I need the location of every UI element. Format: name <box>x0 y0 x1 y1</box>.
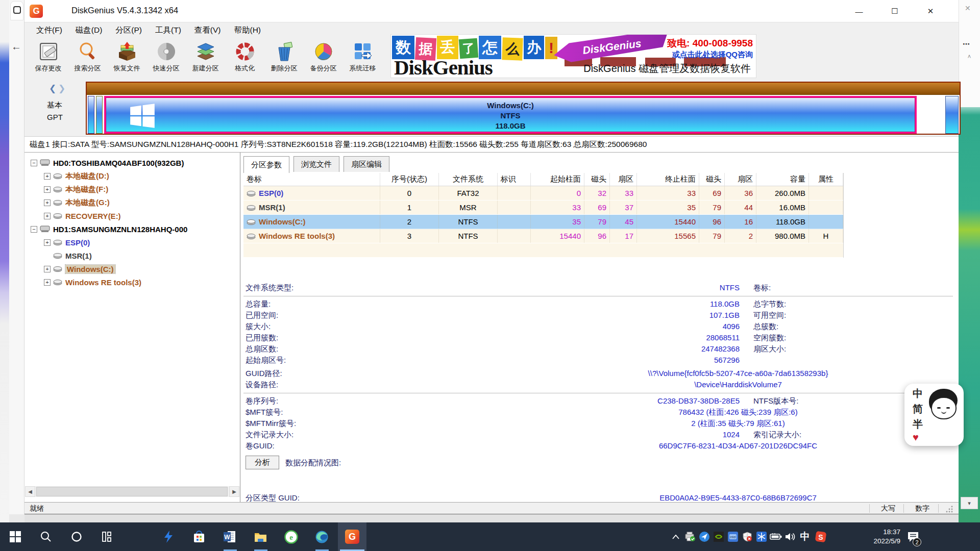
col-header[interactable]: 文件系统 <box>439 173 498 186</box>
security-shield-tray-icon[interactable] <box>740 522 754 551</box>
scrollbar-thumb[interactable] <box>36 487 228 496</box>
cortana-button[interactable] <box>62 522 91 551</box>
col-header[interactable]: 卷标 <box>243 173 380 186</box>
tree-item-windows-c[interactable]: + Windows(C:) <box>44 263 115 275</box>
format-button[interactable]: 格式化 <box>225 38 264 78</box>
battery-tray-icon[interactable] <box>769 522 783 551</box>
menu-help[interactable]: 帮助(H) <box>227 23 267 38</box>
back-arrow-icon[interactable]: ← <box>11 41 21 53</box>
expand-icon[interactable]: + <box>44 279 51 286</box>
taskbar-clock[interactable]: 18:37 2022/5/9 <box>843 522 902 551</box>
save-changes-button[interactable]: 保存更改 <box>29 38 68 78</box>
tree-item-recovery-e[interactable]: + RECOVERY(E:) <box>44 210 121 222</box>
close-button[interactable]: ✕ <box>923 4 938 19</box>
col-header[interactable]: 序号(状态) <box>380 173 439 186</box>
heart-icon[interactable]: ♥ <box>913 432 919 443</box>
minimize-button[interactable]: — <box>851 4 867 19</box>
expand-icon[interactable]: + <box>44 213 51 219</box>
volume-tray-icon[interactable] <box>783 522 797 551</box>
col-header[interactable]: 磁头 <box>699 173 725 186</box>
tree-item-local-d[interactable]: + 本地磁盘(D:) <box>44 170 109 182</box>
menu-disk[interactable]: 磁盘(D) <box>69 23 109 38</box>
col-header[interactable]: 标识 <box>498 173 531 186</box>
system-migrate-button[interactable]: 系统迁移 <box>343 38 382 78</box>
table-row-windows-re[interactable]: Windows RE tools(3) 3 NTFS 15440 96 17 1… <box>243 229 843 243</box>
taskbar-search-button[interactable] <box>32 522 60 551</box>
partition-block-msr[interactable] <box>96 96 103 134</box>
action-center-icon[interactable] <box>906 522 920 551</box>
col-header[interactable]: 容量 <box>756 173 809 186</box>
tree-item-local-g[interactable]: + 本地磁盘(G:) <box>44 196 110 209</box>
tree-item-hd1[interactable]: − HD1:SAMSUNGMZNLN128HAHQ-000 <box>31 223 187 235</box>
sogou-tray-icon[interactable]: S <box>814 522 828 551</box>
task-view-button[interactable] <box>93 522 121 551</box>
tree-item-esp[interactable]: + ESP(0) <box>44 236 90 248</box>
ime-mode-simplified[interactable]: 简 <box>913 402 923 416</box>
ime-language-indicator[interactable]: 中 <box>797 522 813 551</box>
partition-block-windows-c[interactable]: Windows(C:) NTFS 118.0GB <box>104 96 917 134</box>
ime-mode-halfwidth[interactable]: 半 <box>913 417 923 431</box>
scroll-right-icon[interactable]: ▶ <box>229 486 239 497</box>
notification-count-badge[interactable]: 2 <box>913 538 921 546</box>
pinned-app-ie[interactable]: e <box>277 522 305 551</box>
tree-horizontal-scrollbar[interactable]: ◀ ▶ <box>25 486 239 497</box>
tree-item-msr[interactable]: MSR(1) <box>53 249 92 262</box>
quick-partition-button[interactable]: 快速分区 <box>146 38 186 78</box>
tray-expand-icon[interactable] <box>669 522 683 551</box>
scroll-left-icon[interactable]: ◀ <box>25 486 35 497</box>
tab-browse-files[interactable]: 浏览文件 <box>293 156 339 172</box>
expand-icon[interactable]: + <box>44 199 51 206</box>
collapse-icon[interactable]: − <box>31 160 37 166</box>
tree-item-local-f[interactable]: + 本地磁盘(F:) <box>44 183 108 195</box>
col-header[interactable]: 磁头 <box>584 173 610 186</box>
maximize-button[interactable]: ☐ <box>887 4 902 19</box>
col-header[interactable]: 属性 <box>809 173 843 186</box>
col-header[interactable]: 扇区 <box>725 173 756 186</box>
printer-tray-icon[interactable] <box>683 522 697 551</box>
menu-view[interactable]: 查看(V) <box>188 23 228 38</box>
expand-icon[interactable]: + <box>44 239 51 246</box>
tree-item-windows-re[interactable]: + Windows RE tools(3) <box>44 276 141 288</box>
pinned-app-store[interactable] <box>185 522 213 551</box>
search-partition-button[interactable]: 搜索分区 <box>68 38 107 78</box>
start-button[interactable] <box>1 522 30 551</box>
ad-qq-link[interactable]: 或点击此处选择QQ咨询 <box>672 50 753 60</box>
taskbar-word-button[interactable]: W <box>215 522 244 551</box>
col-header[interactable]: 终止柱面 <box>637 173 699 186</box>
table-row-esp[interactable]: ESP(0) 0 FAT32 0 32 33 33 69 36 260.0MB <box>243 186 843 201</box>
delete-partition-button[interactable]: 删除分区 <box>264 38 304 78</box>
partition-block-re-tools[interactable] <box>945 96 959 134</box>
partition-block-esp[interactable] <box>88 96 94 134</box>
menu-tools[interactable]: 工具(T) <box>149 23 188 38</box>
expand-icon[interactable]: + <box>44 266 51 272</box>
new-partition-button[interactable]: 新建分区 <box>186 38 225 78</box>
backup-partition-button[interactable]: 备份分区 <box>304 38 343 78</box>
col-header[interactable]: 起始柱面 <box>531 173 584 186</box>
resize-grip[interactable] <box>946 506 953 513</box>
col-header[interactable]: 扇区 <box>610 173 637 186</box>
menu-file[interactable]: 文件(F) <box>30 23 69 38</box>
intel-graphics-tray-icon[interactable]: intel <box>726 522 740 551</box>
analyze-button[interactable]: 分析 <box>246 456 279 469</box>
tab-partition-params[interactable]: 分区参数 <box>243 156 289 173</box>
collapse-icon[interactable]: − <box>31 226 37 233</box>
tab-sector-edit[interactable]: 扇区编辑 <box>344 156 389 172</box>
recover-files-button[interactable]: 恢复文件 <box>107 38 146 78</box>
expand-icon[interactable]: + <box>44 173 51 180</box>
ime-mode-chinese[interactable]: 中 <box>913 387 923 400</box>
taskbar-explorer-button[interactable] <box>246 522 275 551</box>
table-row-msr[interactable]: MSR(1) 1 MSR 33 69 37 35 79 44 16.0MB <box>243 201 843 215</box>
nav-next-icon[interactable]: ❯ <box>58 83 65 94</box>
expand-icon[interactable]: + <box>44 186 51 193</box>
taskbar-diskgenius-button-active[interactable]: G <box>338 522 366 551</box>
tree-item-hd0[interactable]: − HD0:TOSHIBAMQ04ABF100(932GB) <box>31 157 184 169</box>
menu-partition[interactable]: 分区(P) <box>109 23 149 38</box>
nav-prev-icon[interactable]: ❮ <box>49 83 56 94</box>
pinned-app-flash[interactable] <box>154 522 183 551</box>
ad-banner[interactable]: 数 据 丢 了 怎 么 办 ! DiskGenius DiskGenius 致电… <box>390 34 756 78</box>
sogou-ime-panel[interactable]: 中 简 半 ♥ <box>904 384 964 446</box>
nvidia-tray-icon[interactable] <box>712 522 726 551</box>
messenger-tray-icon[interactable] <box>697 522 712 551</box>
snowflake-tray-icon[interactable] <box>754 522 769 551</box>
taskbar-edge-button[interactable] <box>307 522 336 551</box>
